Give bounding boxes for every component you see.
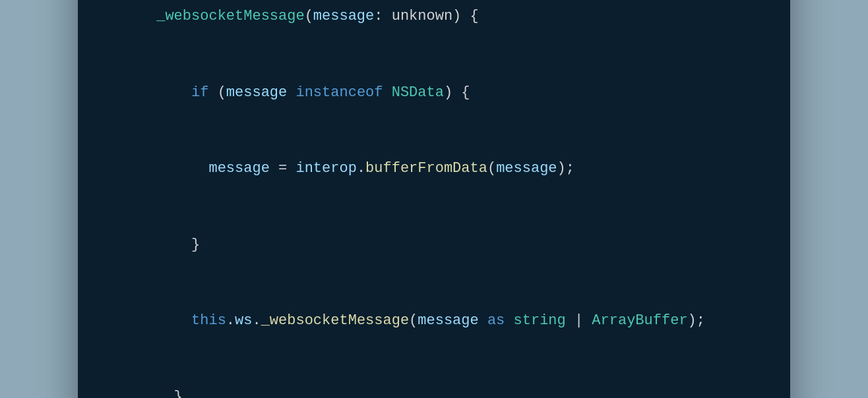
code-line-2: if (message instanceof NSData) { (104, 55, 764, 131)
code-editor: _websocketMessage(message: unknown) { if… (78, 0, 790, 398)
code-line-4: } (104, 207, 764, 283)
code-line-3: message = interop.bufferFromData(message… (104, 131, 764, 208)
code-line-6: } (104, 359, 764, 398)
code-window: _websocketMessage(message: unknown) { if… (78, 0, 790, 398)
code-line-5: this.ws._websocketMessage(message as str… (104, 283, 764, 360)
method-name: _websocketMessage (156, 8, 304, 24)
code-line-1: _websocketMessage(message: unknown) { (104, 0, 764, 55)
